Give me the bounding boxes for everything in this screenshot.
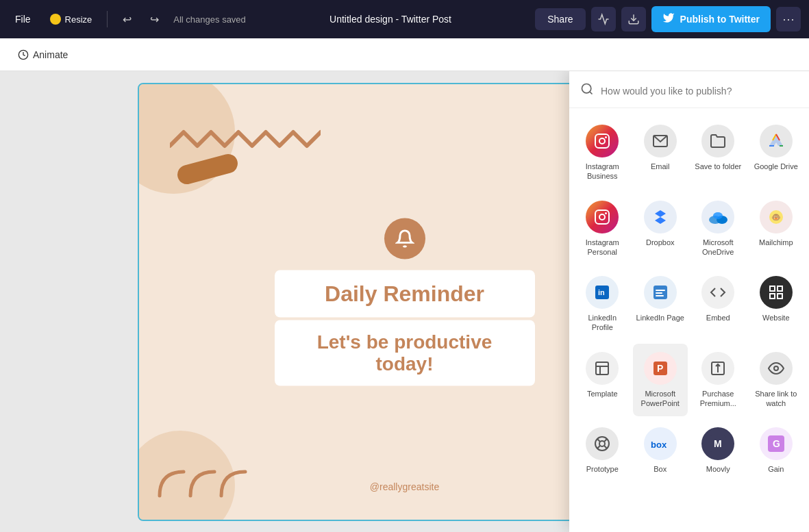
linkedin-profile-label: LinkedIn Profile xyxy=(577,313,627,333)
option-moovly[interactable]: M Moovly xyxy=(690,419,746,482)
gain-label: Gain xyxy=(768,464,784,474)
box-label: Box xyxy=(654,464,667,474)
animate-button[interactable]: Animate xyxy=(11,45,75,64)
option-share-link[interactable]: Share link to watch xyxy=(749,344,804,417)
option-powerpoint[interactable]: P Microsoft PowerPoint xyxy=(633,344,688,417)
moovly-label: Moovly xyxy=(706,464,730,474)
document-title[interactable]: Untitled design - Twitter Post xyxy=(251,14,530,25)
template-icon xyxy=(586,352,619,385)
canvas-area: Daily Reminder Let's be productive today… xyxy=(0,71,809,532)
linkedin-page-icon xyxy=(644,276,677,309)
svg-point-12 xyxy=(605,212,607,214)
svg-text:box: box xyxy=(651,440,667,450)
option-box[interactable]: box Box xyxy=(633,419,688,482)
save-folder-label: Save to folder xyxy=(695,162,741,171)
option-dropbox[interactable]: Dropbox xyxy=(633,192,688,266)
svg-point-38 xyxy=(599,441,605,446)
grid-row-2: Instagram Personal Dropbox xyxy=(575,192,804,266)
svg-line-42 xyxy=(597,446,600,448)
redo-icon: ↪ xyxy=(150,13,159,26)
dropbox-icon xyxy=(644,201,677,233)
instagram-personal-icon xyxy=(586,201,619,233)
svg-point-4 xyxy=(582,84,591,93)
twitter-icon xyxy=(662,12,675,27)
powerpoint-label: Microsoft PowerPoint xyxy=(636,389,685,409)
publish-search-input[interactable] xyxy=(601,86,798,97)
mailchimp-icon: 🐵 xyxy=(760,201,793,233)
secondary-toolbar: Animate xyxy=(0,38,809,71)
saved-status: All changes saved xyxy=(173,14,246,25)
option-prototype[interactable]: Prototype xyxy=(575,419,630,482)
website-label: Website xyxy=(762,313,790,322)
prototype-label: Prototype xyxy=(586,464,619,474)
search-bar xyxy=(569,71,809,108)
share-link-icon xyxy=(760,352,793,385)
option-save-folder[interactable]: Save to folder xyxy=(690,116,746,190)
option-linkedin-page[interactable]: LinkedIn Page xyxy=(633,268,688,341)
decoration-arcs xyxy=(153,465,262,499)
svg-line-5 xyxy=(590,92,593,94)
resize-dot-icon xyxy=(50,14,61,25)
mailchimp-label: Mailchimp xyxy=(759,238,793,247)
share-button[interactable]: Share xyxy=(535,8,585,30)
download-button[interactable] xyxy=(621,7,646,31)
card-title: Daily Reminder xyxy=(275,270,535,317)
share-link-label: Share link to watch xyxy=(751,389,801,409)
more-icon: ⋯ xyxy=(782,12,795,27)
option-google-drive[interactable]: Google Drive xyxy=(749,116,804,190)
animate-icon xyxy=(18,49,29,60)
embed-icon xyxy=(701,276,734,309)
divider-1 xyxy=(107,11,108,27)
save-folder-icon xyxy=(701,125,734,157)
option-linkedin-profile[interactable]: in LinkedIn Profile xyxy=(575,268,630,341)
onedrive-label: Microsoft OneDrive xyxy=(693,238,743,257)
search-icon xyxy=(580,82,594,99)
publish-options-grid: Instagram Business Email xyxy=(569,108,809,532)
publish-dropdown-panel: Instagram Business Email xyxy=(569,71,809,532)
svg-line-39 xyxy=(597,439,600,442)
svg-text:🐵: 🐵 xyxy=(771,212,781,222)
email-icon xyxy=(644,125,677,157)
svg-point-8 xyxy=(605,136,607,138)
option-email[interactable]: Email xyxy=(633,116,688,190)
option-instagram-personal[interactable]: Instagram Personal xyxy=(575,192,630,266)
subtitle-line1: Let's be productive xyxy=(317,331,493,352)
google-drive-label: Google Drive xyxy=(754,162,798,171)
resize-button[interactable]: Resize xyxy=(43,10,99,29)
undo-button[interactable]: ↩ xyxy=(116,8,138,30)
decoration-zigzag xyxy=(170,129,321,163)
svg-point-7 xyxy=(599,138,605,144)
undo-icon: ↩ xyxy=(123,13,132,26)
instagram-business-label: Instagram Business xyxy=(577,162,627,181)
svg-text:M: M xyxy=(714,438,722,449)
file-menu[interactable]: File xyxy=(8,10,38,29)
svg-line-40 xyxy=(604,446,607,448)
option-purchase-premium[interactable]: Purchase Premium... xyxy=(690,344,746,417)
redo-button[interactable]: ↪ xyxy=(143,8,165,30)
analytics-button[interactable] xyxy=(591,7,616,31)
grid-row-4: Template P Microsoft PowerPoint xyxy=(575,344,804,417)
option-onedrive[interactable]: Microsoft OneDrive xyxy=(690,192,746,266)
option-template[interactable]: Template xyxy=(575,344,630,417)
svg-rect-26 xyxy=(777,286,782,291)
svg-line-41 xyxy=(604,439,607,442)
option-gain[interactable]: G Gain xyxy=(749,419,804,482)
template-label: Template xyxy=(587,389,618,398)
svg-rect-10 xyxy=(595,210,609,224)
more-options-button[interactable]: ⋯ xyxy=(776,7,801,31)
svg-point-11 xyxy=(599,214,605,220)
option-embed[interactable]: Embed xyxy=(690,268,746,341)
bell-icon xyxy=(395,229,414,248)
bell-icon-wrap xyxy=(384,218,425,259)
option-instagram-business[interactable]: Instagram Business xyxy=(575,116,630,190)
grid-row-5: Prototype box Box M xyxy=(575,419,804,482)
svg-text:P: P xyxy=(657,363,663,374)
resize-label: Resize xyxy=(65,14,92,25)
publish-twitter-button[interactable]: Publish to Twitter xyxy=(651,6,771,32)
option-mailchimp[interactable]: 🐵 Mailchimp xyxy=(749,192,804,266)
option-website[interactable]: Website xyxy=(749,268,804,341)
svg-rect-6 xyxy=(595,134,609,148)
svg-text:G: G xyxy=(773,438,780,449)
email-label: Email xyxy=(651,162,670,171)
subtitle-line2: today! xyxy=(376,353,434,374)
